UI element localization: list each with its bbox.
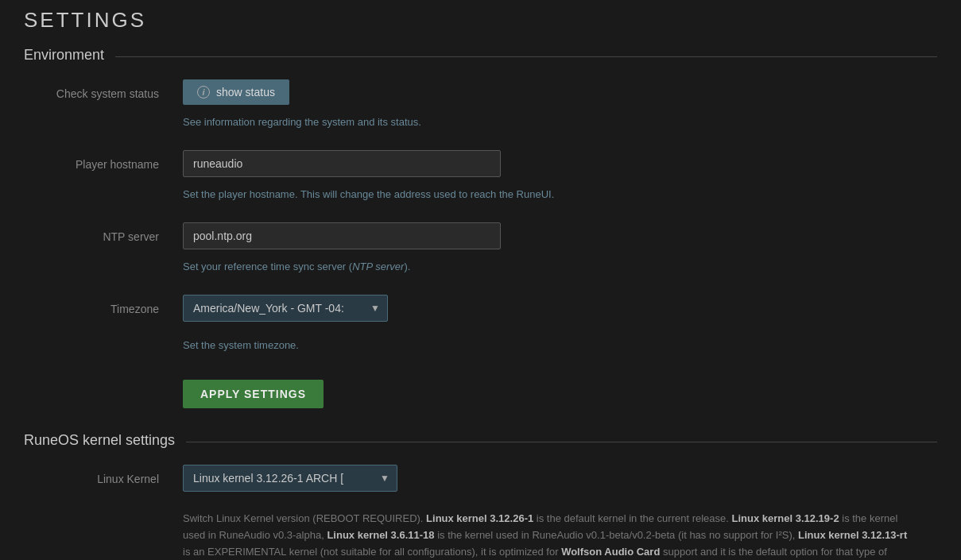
info-icon: i: [197, 86, 210, 98]
player-hostname-input[interactable]: [183, 150, 501, 177]
ntp-server-hint: Set your reference time sync server (NTP…: [183, 261, 937, 272]
environment-header: Environment: [24, 47, 937, 67]
kernel-title: RuneOS kernel settings: [24, 432, 175, 449]
apply-settings-button[interactable]: APPLY SETTINGS: [183, 380, 324, 408]
linux-kernel-select-wrapper: Linux kernel 3.12.26-1 ARCH [ Linux kern…: [183, 465, 397, 492]
kernel-desc-k4-suffix: is an EXPERIMENTAL kernel (not suitable …: [183, 546, 561, 558]
kernel-desc-k4: Linux kernel 3.12.13-rt: [798, 529, 907, 541]
page-wrapper: SETTINGS Environment Check system status…: [0, 0, 961, 560]
kernel-divider: [186, 442, 937, 442]
check-system-status-row: Check system status i show status See in…: [24, 79, 937, 128]
check-system-status-content: i show status See information regarding …: [183, 79, 937, 128]
timezone-label: Timezone: [32, 295, 183, 315]
player-hostname-content: Set the player hostname. This will chang…: [183, 150, 937, 200]
kernel-section: RuneOS kernel settings Linux Kernel Linu…: [24, 432, 937, 560]
check-system-status-hint: See information regarding the system and…: [183, 116, 937, 128]
apply-row: APPLY SETTINGS: [24, 373, 937, 408]
ntp-server-input[interactable]: [183, 222, 501, 249]
ntp-server-content: Set your reference time sync server (NTP…: [183, 222, 937, 272]
timezone-content: America/New_York - GMT -04: America/Los_…: [183, 295, 937, 351]
ntp-hint-suffix: ).: [404, 261, 410, 272]
kernel-description: Switch Linux Kernel version (REBOOT REQU…: [183, 511, 914, 560]
kernel-desc-prefix: Switch Linux Kernel version (REBOOT REQU…: [183, 512, 426, 524]
linux-kernel-content: Linux kernel 3.12.26-1 ARCH [ Linux kern…: [183, 465, 937, 560]
player-hostname-label: Player hostname: [32, 150, 183, 171]
kernel-desc-k1: Linux kernel 3.12.26-1: [426, 512, 533, 524]
timezone-select-wrapper: America/New_York - GMT -04: America/Los_…: [183, 295, 388, 322]
environment-title: Environment: [24, 47, 104, 64]
timezone-select[interactable]: America/New_York - GMT -04: America/Los_…: [183, 295, 388, 322]
environment-section: Environment Check system status i show s…: [24, 47, 937, 408]
linux-kernel-row: Linux Kernel Linux kernel 3.12.26-1 ARCH…: [24, 465, 937, 560]
linux-kernel-label: Linux Kernel: [32, 465, 183, 485]
linux-kernel-select[interactable]: Linux kernel 3.12.26-1 ARCH [ Linux kern…: [183, 465, 397, 492]
player-hostname-hint: Set the player hostname. This will chang…: [183, 188, 937, 200]
ntp-hint-prefix: Set your reference time sync server (: [183, 261, 352, 272]
kernel-desc-k2: Linux kernel 3.12.19-2: [732, 512, 839, 524]
kernel-desc-k3: Linux kernel 3.6.11-18: [327, 529, 434, 541]
environment-divider: [115, 56, 937, 57]
timezone-hint: Set the system timezone.: [183, 339, 937, 351]
kernel-header: RuneOS kernel settings: [24, 432, 937, 452]
kernel-desc-k1-suffix: is the default kernel in the current rel…: [533, 512, 731, 524]
kernel-desc-k3-suffix: is the kernel used in RuneAudio v0.1-bet…: [435, 529, 798, 541]
ntp-hint-link: NTP server: [352, 261, 404, 272]
check-system-status-label: Check system status: [32, 79, 183, 100]
timezone-row: Timezone America/New_York - GMT -04: Ame…: [24, 295, 937, 351]
ntp-server-label: NTP server: [32, 222, 183, 243]
kernel-desc-k5: Wolfson Audio Card: [561, 546, 660, 558]
page-title: SETTINGS: [24, 8, 937, 33]
player-hostname-row: Player hostname Set the player hostname.…: [24, 150, 937, 200]
ntp-server-row: NTP server Set your reference time sync …: [24, 222, 937, 272]
show-status-button[interactable]: i show status: [183, 79, 289, 105]
show-status-label: show status: [216, 86, 275, 98]
